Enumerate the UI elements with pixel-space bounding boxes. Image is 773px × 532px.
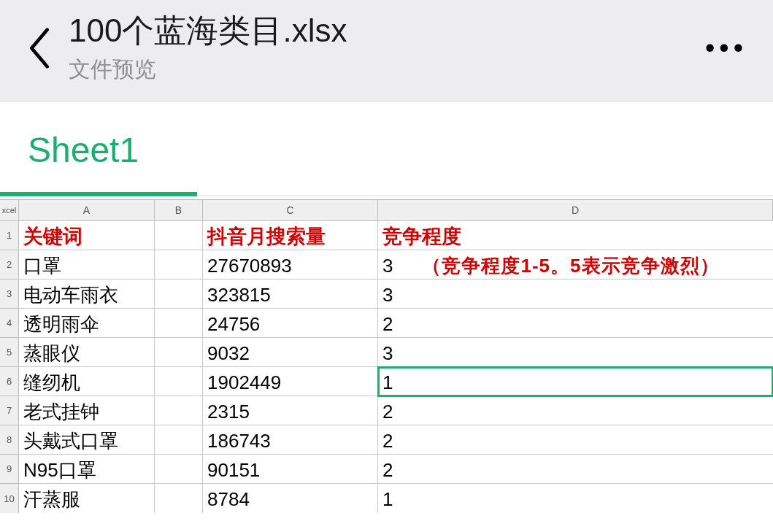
- cell[interactable]: 9032: [203, 338, 378, 367]
- row-number[interactable]: 8: [0, 425, 19, 455]
- table-row: 9N95口罩901512: [0, 455, 773, 484]
- file-subtitle: 文件预览: [69, 55, 697, 85]
- cell[interactable]: 90151: [203, 455, 378, 484]
- chevron-left-icon: [28, 28, 51, 69]
- col-header-a[interactable]: A: [19, 200, 155, 220]
- cell[interactable]: [155, 309, 203, 338]
- cell[interactable]: [155, 367, 203, 396]
- table-row: 1 关键词 抖音月搜索量 竞争程度: [0, 221, 773, 250]
- table-row: 8头戴式口罩1867432: [0, 425, 773, 455]
- cell[interactable]: [155, 396, 203, 425]
- col-header-d[interactable]: D: [378, 200, 773, 220]
- row-number[interactable]: 6: [0, 367, 19, 396]
- cell[interactable]: [155, 455, 203, 484]
- app-header: 100个蓝海类目.xlsx 文件预览 •••: [0, 0, 773, 102]
- table-row: 5蒸眼仪90323: [0, 338, 773, 367]
- file-title: 100个蓝海类目.xlsx: [69, 12, 697, 50]
- table-row: 4透明雨伞247562: [0, 309, 773, 338]
- column-headers: xcel A B C D: [0, 199, 773, 221]
- table-row: 2口罩276708933（竞争程度1-5。5表示竞争激烈）: [0, 250, 773, 280]
- cell[interactable]: 8784: [203, 484, 378, 513]
- cell[interactable]: 1: [378, 484, 773, 513]
- cell[interactable]: 323815: [203, 280, 378, 309]
- cell[interactable]: 2: [378, 309, 773, 338]
- selected-cell[interactable]: 1: [377, 366, 773, 397]
- cell[interactable]: 电动车雨衣: [19, 280, 155, 309]
- cell[interactable]: 3: [378, 338, 773, 367]
- back-button[interactable]: [18, 28, 61, 69]
- table-row: 3电动车雨衣3238153: [0, 280, 773, 309]
- cell[interactable]: [155, 250, 203, 280]
- sheet-tabs: Sheet1: [0, 102, 773, 196]
- cell[interactable]: [155, 280, 203, 309]
- cell[interactable]: 汗蒸服: [19, 484, 155, 513]
- table-row: 6缝纫机19024491: [0, 367, 773, 396]
- cell[interactable]: [155, 338, 203, 367]
- row-number[interactable]: 10: [0, 484, 19, 513]
- row-number[interactable]: 9: [0, 455, 19, 484]
- cell[interactable]: 竞争程度: [378, 221, 773, 250]
- cell[interactable]: 老式挂钟: [19, 396, 155, 425]
- table-row: 7老式挂钟23152: [0, 396, 773, 425]
- competition-note: （竞争程度1-5。5表示竞争激烈）: [422, 255, 719, 277]
- row-number[interactable]: 4: [0, 309, 19, 338]
- col-header-c[interactable]: C: [203, 200, 378, 220]
- row-number[interactable]: 2: [0, 250, 19, 280]
- cell[interactable]: 3: [378, 280, 773, 309]
- cell[interactable]: [155, 484, 203, 513]
- title-block: 100个蓝海类目.xlsx 文件预览: [69, 12, 697, 85]
- col-header-b[interactable]: B: [155, 200, 203, 220]
- cell[interactable]: 1902449: [203, 367, 378, 396]
- row-number[interactable]: 7: [0, 396, 19, 425]
- cell[interactable]: 蒸眼仪: [19, 338, 155, 367]
- cell[interactable]: 2: [378, 425, 773, 455]
- cell[interactable]: 抖音月搜索量: [203, 221, 378, 250]
- cell[interactable]: 2: [378, 396, 773, 425]
- cell[interactable]: 透明雨伞: [19, 309, 155, 338]
- cell[interactable]: 24756: [203, 309, 378, 338]
- cell[interactable]: 2315: [203, 396, 378, 425]
- more-button[interactable]: •••: [697, 33, 755, 64]
- col-corner[interactable]: xcel: [0, 200, 19, 220]
- cell[interactable]: 186743: [203, 425, 378, 455]
- cell[interactable]: 头戴式口罩: [19, 425, 155, 455]
- tab-spacer: [197, 102, 773, 196]
- cell[interactable]: 27670893: [203, 250, 378, 280]
- cell[interactable]: 缝纫机: [19, 367, 155, 396]
- cell[interactable]: 口罩: [19, 250, 155, 280]
- row-number[interactable]: 3: [0, 280, 19, 309]
- cell[interactable]: [155, 221, 203, 250]
- ellipsis-icon: •••: [705, 33, 747, 64]
- table-row: 10汗蒸服87841: [0, 484, 773, 513]
- row-number[interactable]: 1: [0, 221, 19, 250]
- spreadsheet-grid[interactable]: 1 关键词 抖音月搜索量 竞争程度 2口罩276708933（竞争程度1-5。5…: [0, 221, 773, 513]
- tab-sheet1[interactable]: Sheet1: [0, 102, 197, 196]
- cell[interactable]: [155, 425, 203, 455]
- cell[interactable]: 关键词: [19, 221, 155, 250]
- cell-value: 3: [382, 255, 393, 277]
- row-number[interactable]: 5: [0, 338, 19, 367]
- cell[interactable]: N95口罩: [19, 455, 155, 484]
- cell[interactable]: 2: [378, 455, 773, 484]
- cell[interactable]: 3（竞争程度1-5。5表示竞争激烈）: [378, 250, 773, 280]
